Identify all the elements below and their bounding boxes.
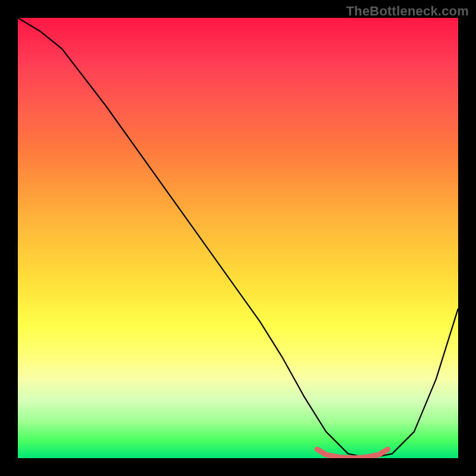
watermark-text: TheBottleneck.com <box>346 4 469 19</box>
curve-svg <box>18 18 458 458</box>
chart-container: TheBottleneck.com <box>0 0 476 476</box>
optimal-range-marker <box>317 449 387 458</box>
plot-area <box>18 18 458 458</box>
bottleneck-curve-line <box>18 18 458 458</box>
